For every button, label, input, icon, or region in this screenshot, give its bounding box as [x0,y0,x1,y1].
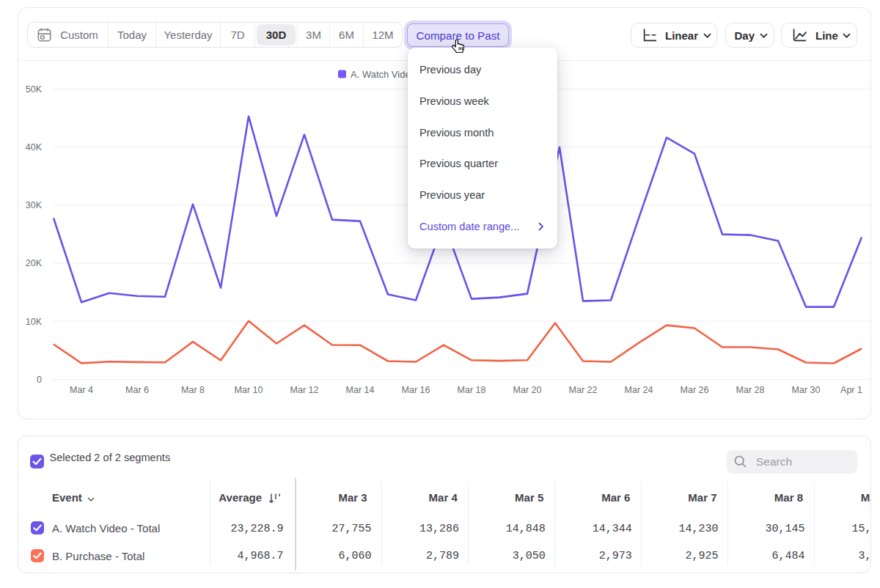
svg-text:Mar 8: Mar 8 [181,385,205,395]
svg-text:Mar 12: Mar 12 [290,385,319,395]
svg-text:20K: 20K [26,258,43,268]
svg-text:0: 0 [37,375,42,385]
svg-text:Mar 26: Mar 26 [681,385,709,395]
svg-text:Mar 6: Mar 6 [125,385,149,395]
svg-text:Mar 20: Mar 20 [513,385,542,395]
svg-text:Mar 30: Mar 30 [792,385,821,395]
svg-text:Mar 14: Mar 14 [346,385,375,395]
svg-text:Mar 22: Mar 22 [569,385,598,395]
svg-text:Mar 28: Mar 28 [736,385,765,395]
svg-text:50K: 50K [26,84,43,95]
svg-text:Apr 1: Apr 1 [840,385,862,395]
svg-text:10K: 10K [26,317,43,327]
svg-text:Mar 24: Mar 24 [625,385,653,395]
svg-text:Mar 4: Mar 4 [70,385,93,395]
svg-text:Mar 16: Mar 16 [402,385,430,395]
svg-text:Mar 18: Mar 18 [458,385,486,395]
svg-text:30K: 30K [26,200,43,210]
svg-text:Mar 10: Mar 10 [235,385,263,395]
svg-text:40K: 40K [26,142,43,152]
